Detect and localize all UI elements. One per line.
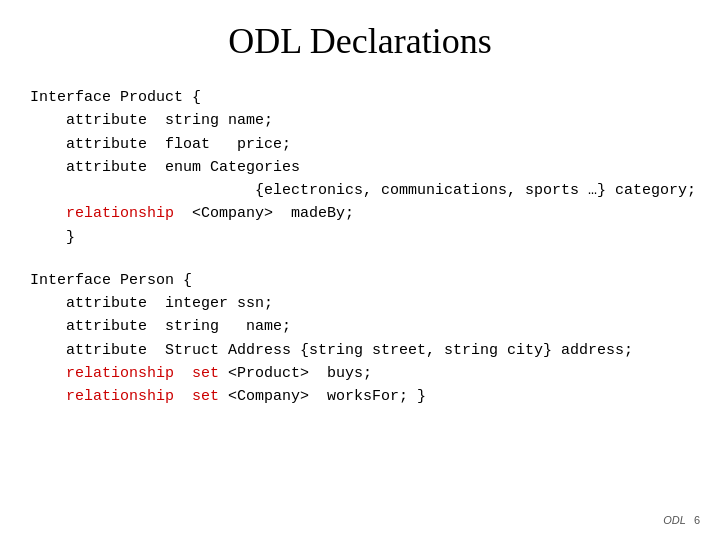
code-block-product: Interface Product { attribute string nam… xyxy=(30,86,690,249)
code-line: attribute string name; xyxy=(30,315,690,338)
slide-footer: ODL 6 xyxy=(663,514,700,526)
slide: ODL Declarations Interface Product { att… xyxy=(0,0,720,540)
code-line: relationship <Company> madeBy; xyxy=(30,202,690,225)
keyword-relationship: relationship xyxy=(66,388,174,405)
keyword-relationship: relationship xyxy=(66,365,174,382)
code-line: {electronics, communications, sports …} … xyxy=(30,179,690,202)
code-line: Interface Product { xyxy=(30,86,690,109)
keyword-relationship: relationship xyxy=(66,205,174,222)
code-line: } xyxy=(30,226,690,249)
footer-label: ODL xyxy=(663,514,686,526)
code-line: attribute Struct Address {string street,… xyxy=(30,339,690,362)
code-line: attribute float price; xyxy=(30,133,690,156)
code-line: relationship set <Product> buys; xyxy=(30,362,690,385)
code-line: Interface Person { xyxy=(30,269,690,292)
footer-page-number: 6 xyxy=(694,514,700,526)
keyword-set: set xyxy=(192,388,219,405)
code-line: attribute string name; xyxy=(30,109,690,132)
keyword-set: set xyxy=(192,365,219,382)
code-block-person: Interface Person { attribute integer ssn… xyxy=(30,269,690,409)
code-line: attribute integer ssn; xyxy=(30,292,690,315)
slide-title: ODL Declarations xyxy=(30,20,690,62)
code-line: attribute enum Categories xyxy=(30,156,690,179)
code-line: relationship set <Company> worksFor; } xyxy=(30,385,690,408)
